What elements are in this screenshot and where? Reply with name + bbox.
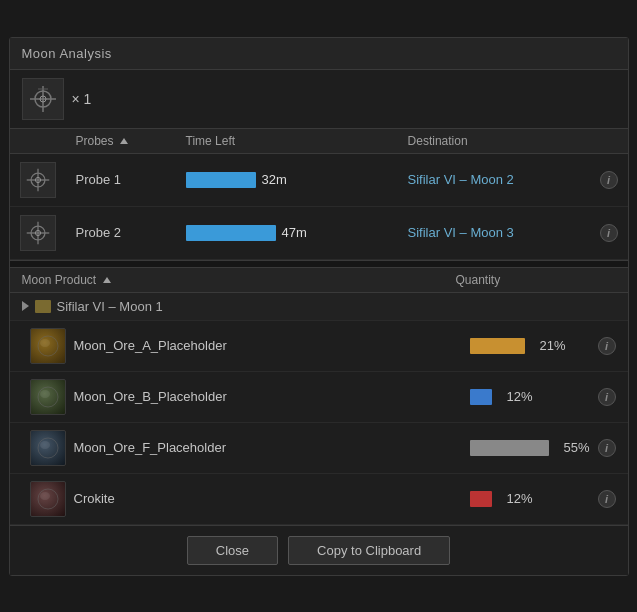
time-label: 47m: [282, 225, 312, 240]
probe-icon-cell: [10, 153, 66, 206]
section-divider: [10, 260, 628, 268]
probe-row: Probe 1 32m Sifilar VI – Moon 2 i: [10, 153, 628, 206]
time-bar: [186, 225, 276, 241]
probe-info-button[interactable]: i: [600, 171, 618, 189]
ore-icon: [30, 328, 66, 364]
col-info-header: [590, 129, 628, 154]
quantity-pct: 12%: [498, 389, 533, 404]
moon-sort-arrow-icon: [103, 277, 111, 283]
footer: Close Copy to Clipboard: [10, 525, 628, 575]
moon-item-row: Moon_Ore_A_Placeholder 21% i: [10, 321, 628, 372]
ore-info-button[interactable]: i: [598, 490, 616, 508]
window-title: Moon Analysis: [22, 46, 112, 61]
quantity-bar-wrap: 12%: [470, 389, 590, 405]
ore-name: Moon_Ore_A_Placeholder: [74, 338, 462, 353]
col-timeleft-header: Time Left: [176, 129, 398, 154]
time-bar: [186, 172, 256, 188]
quantity-pct: 12%: [498, 491, 533, 506]
probe-destination: Sifilar VI – Moon 2: [398, 153, 590, 206]
probe-info-cell: i: [590, 206, 628, 259]
probe-icon-small: [20, 215, 56, 251]
probe-destination: Sifilar VI – Moon 3: [398, 206, 590, 259]
quantity-bar: [470, 440, 549, 456]
probe-info-button[interactable]: i: [600, 224, 618, 242]
probe-crosshair-icon: [28, 84, 58, 114]
col-probes-header: Probes: [66, 129, 176, 154]
probe-main-icon: [22, 78, 64, 120]
probes-table: Probes Time Left Destination Probe 1: [10, 129, 628, 260]
time-label: 32m: [262, 172, 292, 187]
main-window: Moon Analysis × 1 Probes Time Left: [9, 37, 629, 576]
probe-name: Probe 1: [66, 153, 176, 206]
moon-group-label: Sifilar VI – Moon 1: [57, 299, 163, 314]
probe-icon-svg: [25, 220, 51, 246]
ore-icon: [30, 481, 66, 517]
moon-item-row: Crokite 12% i: [10, 474, 628, 525]
ore-info-button[interactable]: i: [598, 337, 616, 355]
quantity-pct: 55%: [555, 440, 590, 455]
probe-time: 32m: [176, 153, 398, 206]
moon-quantity-col-header: Quantity: [456, 273, 616, 287]
quantity-bar: [470, 491, 492, 507]
ore-name: Moon_Ore_B_Placeholder: [74, 389, 462, 404]
ore-icon: [30, 430, 66, 466]
svg-point-18: [40, 441, 50, 449]
probe-info-cell: i: [590, 153, 628, 206]
ore-icon-svg: [35, 333, 61, 359]
ore-name: Moon_Ore_F_Placeholder: [74, 440, 462, 455]
probe-icon-cell: [10, 206, 66, 259]
close-button[interactable]: Close: [187, 536, 278, 565]
quantity-bar: [470, 389, 492, 405]
folder-icon: [35, 300, 51, 313]
quantity-bar-wrap: 55%: [470, 440, 590, 456]
col-destination-header: Destination: [398, 129, 590, 154]
quantity-bar: [470, 338, 525, 354]
svg-point-16: [40, 390, 50, 398]
probe-icon-svg: [25, 167, 51, 193]
col-icon-header: [10, 129, 66, 154]
copy-to-clipboard-button[interactable]: Copy to Clipboard: [288, 536, 450, 565]
expand-icon[interactable]: [22, 301, 29, 311]
ore-icon-svg: [35, 384, 61, 410]
ore-icon: [30, 379, 66, 415]
moon-group-row: Sifilar VI – Moon 1: [10, 293, 628, 321]
svg-point-20: [40, 492, 50, 500]
moon-items-container: Moon_Ore_A_Placeholder 21% i Moon_Ore_B_…: [10, 321, 628, 525]
ore-icon-svg: [35, 486, 61, 512]
sort-arrow-icon: [120, 138, 128, 144]
moon-product-col-header: Moon Product: [22, 273, 456, 287]
probe-name: Probe 2: [66, 206, 176, 259]
quantity-pct: 21%: [531, 338, 566, 353]
quantity-bar-wrap: 12%: [470, 491, 590, 507]
ore-name: Crokite: [74, 491, 462, 506]
probe-icon-area: × 1: [10, 70, 628, 129]
probe-time: 47m: [176, 206, 398, 259]
probe-icon-small: [20, 162, 56, 198]
ore-info-button[interactable]: i: [598, 388, 616, 406]
ore-icon-svg: [35, 435, 61, 461]
probe-count: × 1: [72, 91, 92, 107]
moon-item-row: Moon_Ore_F_Placeholder 55% i: [10, 423, 628, 474]
quantity-bar-wrap: 21%: [470, 338, 590, 354]
title-bar: Moon Analysis: [10, 38, 628, 70]
probe-row: Probe 2 47m Sifilar VI – Moon 3 i: [10, 206, 628, 259]
moon-table-header: Moon Product Quantity: [10, 268, 628, 293]
svg-point-14: [40, 339, 50, 347]
moon-item-row: Moon_Ore_B_Placeholder 12% i: [10, 372, 628, 423]
ore-info-button[interactable]: i: [598, 439, 616, 457]
